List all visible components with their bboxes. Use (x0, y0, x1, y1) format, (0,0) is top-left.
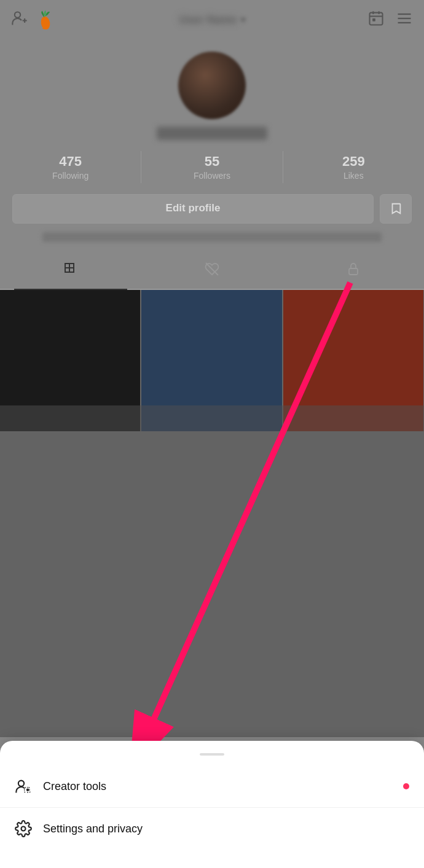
lock-icon (346, 262, 361, 280)
heart-slash-icon (205, 262, 219, 280)
carrot-logo (34, 9, 57, 31)
nav-left (11, 9, 57, 31)
stats-row: 475 Following 55 Followers 259 Likes (0, 151, 424, 183)
tab-private-videos[interactable] (283, 253, 424, 289)
nav-username[interactable]: User Name ▾ (179, 14, 245, 26)
settings-privacy-item[interactable]: Settings and privacy (0, 808, 424, 850)
svg-rect-15 (65, 268, 69, 272)
tab-liked-videos[interactable] (141, 253, 283, 289)
profile-actions: Edit profile (0, 194, 424, 224)
svg-rect-18 (349, 268, 358, 275)
sheet-handle (200, 753, 224, 756)
creator-tools-item[interactable]: Creator tools (0, 765, 424, 808)
svg-rect-16 (69, 268, 74, 272)
nav-right (367, 10, 413, 29)
add-user-icon[interactable] (11, 10, 28, 29)
likes-count: 259 (342, 154, 365, 170)
svg-point-22 (27, 789, 28, 791)
bookmark-button[interactable] (380, 194, 412, 224)
background-profile: User Name ▾ (0, 0, 424, 737)
creator-tools-label: Creator tools (43, 780, 106, 793)
grid-icon (63, 262, 78, 280)
bottom-sheet: Creator tools Settings and privacy (0, 741, 424, 868)
following-count: 475 (59, 154, 82, 170)
followers-label: Followers (194, 171, 230, 181)
menu-icon[interactable] (396, 10, 413, 29)
username-blurred (157, 127, 267, 140)
chevron-down-icon: ▾ (241, 15, 245, 25)
likes-label: Likes (344, 171, 364, 181)
followers-stat[interactable]: 55 Followers (141, 151, 283, 183)
likes-stat[interactable]: 259 Likes (283, 151, 424, 183)
svg-rect-9 (372, 18, 375, 22)
settings-icon (15, 820, 32, 837)
bio-text-blurred (42, 232, 382, 242)
creator-tools-icon (15, 778, 32, 795)
svg-point-23 (22, 827, 26, 831)
grid-overlay (0, 405, 424, 737)
notification-dot (403, 783, 409, 789)
top-nav: User Name ▾ (0, 0, 424, 39)
profile-section: 475 Following 55 Followers 259 Likes Edi… (0, 39, 424, 290)
svg-point-21 (18, 781, 24, 786)
username-text: User Name (179, 14, 237, 26)
svg-rect-14 (69, 264, 74, 268)
settings-privacy-label: Settings and privacy (43, 823, 143, 835)
calendar-icon[interactable] (367, 10, 385, 29)
followers-count: 55 (205, 154, 219, 170)
following-stat[interactable]: 475 Following (0, 151, 141, 183)
svg-rect-13 (65, 264, 69, 268)
following-label: Following (52, 171, 88, 181)
edit-profile-button[interactable]: Edit profile (12, 194, 374, 224)
svg-point-3 (40, 16, 51, 31)
profile-tabs (0, 253, 424, 290)
avatar[interactable] (178, 52, 246, 119)
svg-rect-5 (370, 13, 383, 25)
tab-videos-grid[interactable] (0, 253, 141, 289)
svg-point-0 (15, 12, 20, 18)
